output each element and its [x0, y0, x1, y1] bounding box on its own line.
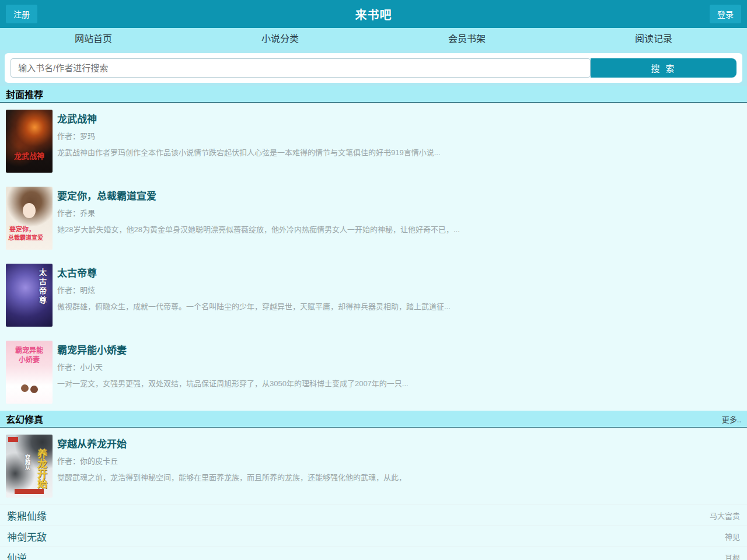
- search-section: 搜 索: [0, 50, 747, 86]
- nav-item-home[interactable]: 网站首页: [0, 28, 187, 50]
- register-button[interactable]: 注册: [6, 5, 37, 23]
- app-header: 注册 来书吧 登录: [0, 0, 747, 28]
- section-band-cover-recommend: 封面推荐: [0, 86, 747, 103]
- book-item[interactable]: 穿越从 养龙开始 穿越从养龙开始 作者：你的皮卡丘 觉醒武魂之前，龙浩得到神秘空…: [0, 428, 747, 505]
- cover-title-text: 穿越从: [24, 454, 32, 470]
- list-item[interactable]: 紫鼎仙缘 马大富贵: [0, 505, 747, 526]
- book-title-link[interactable]: 要定你，总裁霸道宣爱: [57, 188, 460, 202]
- book-info: 霸宠异能小娇妻 作者：小小天 一对一宠文，女强男更强，双处双结，坑品保证周旭形穿…: [57, 341, 409, 404]
- book-cover-image[interactable]: 要定你， 总裁霸道宣爱: [6, 187, 53, 250]
- book-cover-image[interactable]: 霸宠异能 小娇妻: [6, 341, 53, 404]
- book-description: 龙武战神由作者罗玛创作全本作品该小说情节跌宕起伏扣人心弦是一本难得的情节与文笔俱…: [57, 146, 441, 158]
- section-band-xuanhuan: 玄幻修真 更多..: [0, 411, 747, 428]
- cover-title-text: 要定你，: [9, 224, 35, 233]
- book-description: 一对一宠文，女强男更强，双处双结，坑品保证周旭形穿了，从3050年的理科博士变成…: [57, 377, 409, 388]
- book-item[interactable]: 太古帝尊 太古帝尊 作者：明炫 傲视群雄，俯瞰众生，成就一代帝尊。一个名叫陆尘的…: [0, 257, 747, 334]
- cover-title-text: 霸宠异能: [6, 345, 53, 355]
- cover-title-text: 总裁霸道宣爱: [8, 233, 43, 242]
- book-description: 傲视群雄，俯瞰众生，成就一代帝尊。一个名叫陆尘的少年，穿越异世，天赋平庸，却得神…: [57, 300, 451, 312]
- list-item[interactable]: 仙逆 耳根: [0, 547, 747, 560]
- search-box: 搜 索: [5, 53, 742, 83]
- section-title: 封面推荐: [6, 87, 43, 101]
- book-author: 作者：乔果: [57, 207, 460, 218]
- book-item[interactable]: 要定你， 总裁霸道宣爱 要定你，总裁霸道宣爱 作者：乔果 她28岁大龄失婚女，他…: [0, 180, 747, 257]
- nav-item-categories[interactable]: 小说分类: [187, 28, 374, 50]
- cover-title-text: 太古帝尊: [37, 268, 48, 306]
- book-description: 她28岁大龄失婚女，他28为黄金单身汉她聪明漂亮似蔷薇绽放，他外冷内热痴情男女人…: [57, 223, 460, 235]
- book-title-link[interactable]: 穿越从养龙开始: [57, 436, 406, 450]
- book-author: 神见: [725, 531, 740, 542]
- nav-item-reading-history[interactable]: 阅读记录: [560, 28, 747, 50]
- more-link[interactable]: 更多..: [722, 414, 741, 425]
- nav-item-bookshelf[interactable]: 会员书架: [374, 28, 560, 50]
- book-title-link[interactable]: 神剑无敌: [7, 529, 47, 544]
- book-author: 作者：明炫: [57, 284, 451, 295]
- list-item[interactable]: 神剑无敌 神见: [0, 526, 747, 547]
- book-item[interactable]: 龙武战神 龙武战神 作者：罗玛 龙武战神由作者罗玛创作全本作品该小说情节跌宕起伏…: [0, 103, 747, 180]
- book-title-link[interactable]: 太古帝尊: [57, 265, 451, 279]
- book-info: 太古帝尊 作者：明炫 傲视群雄，俯瞰众生，成就一代帝尊。一个名叫陆尘的少年，穿越…: [57, 264, 451, 327]
- cover-title-text: 养龙开始: [34, 449, 48, 488]
- search-input[interactable]: [11, 58, 591, 78]
- book-title-link[interactable]: 龙武战神: [57, 111, 441, 125]
- book-author: 作者：你的皮卡丘: [57, 455, 406, 466]
- book-author: 耳根: [725, 552, 740, 560]
- book-author: 作者：罗玛: [57, 130, 441, 141]
- book-cover-image[interactable]: 龙武战神: [6, 110, 53, 173]
- book-title-link[interactable]: 霸宠异能小娇妻: [57, 342, 409, 356]
- book-item[interactable]: 霸宠异能 小娇妻 霸宠异能小娇妻 作者：小小天 一对一宠文，女强男更强，双处双结…: [0, 334, 747, 411]
- book-description: 觉醒武魂之前，龙浩得到神秘空间，能够在里面养龙族，而且所养的龙族，还能够强化他的…: [57, 471, 406, 482]
- search-button[interactable]: 搜 索: [591, 58, 736, 78]
- app-title: 来书吧: [355, 6, 392, 23]
- book-info: 穿越从养龙开始 作者：你的皮卡丘 觉醒武魂之前，龙浩得到神秘空间，能够在里面养龙…: [57, 435, 406, 498]
- book-title-link[interactable]: 紫鼎仙缘: [7, 508, 47, 523]
- cover-title-text: 小娇妻: [6, 354, 53, 364]
- book-cover-image[interactable]: 太古帝尊: [6, 264, 53, 327]
- cover-title-text: 龙武战神: [6, 150, 53, 161]
- book-list: 紫鼎仙缘 马大富贵 神剑无敌 神见 仙逆 耳根: [0, 505, 747, 560]
- book-cover-image[interactable]: 穿越从 养龙开始: [6, 435, 53, 498]
- book-info: 龙武战神 作者：罗玛 龙武战神由作者罗玛创作全本作品该小说情节跌宕起伏扣人心弦是…: [57, 110, 441, 173]
- section-title: 玄幻修真: [6, 412, 43, 426]
- login-button[interactable]: 登录: [710, 5, 741, 23]
- main-nav: 网站首页 小说分类 会员书架 阅读记录: [0, 28, 747, 50]
- book-author: 马大富贵: [710, 510, 740, 521]
- book-info: 要定你，总裁霸道宣爱 作者：乔果 她28岁大龄失婚女，他28为黄金单身汉她聪明漂…: [57, 187, 460, 250]
- book-title-link[interactable]: 仙逆: [7, 550, 27, 560]
- book-author: 作者：小小天: [57, 361, 409, 372]
